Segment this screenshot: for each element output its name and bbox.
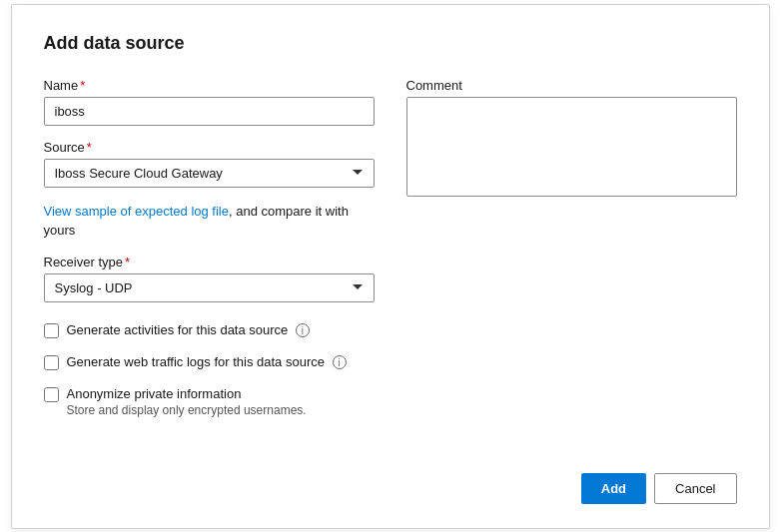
generate-web-traffic-label: Generate web traffic logs for this data … [67, 354, 325, 369]
receiver-type-label: Receiver type* [44, 255, 375, 269]
sample-log-link[interactable]: View sample of expected log file [44, 204, 229, 219]
form-left: Name* Source* Iboss Secure Cloud Gateway… [44, 78, 375, 433]
name-group: Name* [44, 78, 375, 126]
dialog-footer: Add Cancel [44, 457, 737, 504]
checkbox-activities-group: Generate activities for this data source… [44, 322, 375, 338]
web-traffic-info-icon: i [333, 355, 347, 369]
source-label: Source* [44, 140, 375, 155]
comment-textarea[interactable] [406, 97, 737, 197]
anonymize-sublabel: Store and display only encrypted usernam… [67, 403, 307, 417]
anonymize-checkbox[interactable] [44, 387, 59, 402]
checkbox-anonymize-group: Anonymize private information Store and … [44, 386, 375, 417]
comment-group: Comment [406, 78, 737, 200]
generate-activities-checkbox[interactable] [44, 323, 59, 338]
dialog-title: Add data source [44, 33, 737, 54]
generate-activities-label: Generate activities for this data source [67, 322, 289, 337]
name-label: Name* [44, 78, 375, 93]
activities-info-icon: i [296, 323, 310, 337]
source-select[interactable]: Iboss Secure Cloud Gateway Other [44, 159, 375, 188]
name-input[interactable] [44, 97, 375, 126]
receiver-type-group: Receiver type* Syslog - UDP Syslog - TCP… [44, 255, 375, 302]
add-data-source-dialog: Add data source Name* Source* Iboss Secu… [11, 4, 770, 529]
generate-web-traffic-checkbox[interactable] [44, 355, 59, 370]
form-right: Comment [406, 78, 737, 433]
comment-label: Comment [406, 78, 737, 93]
sample-log-section: View sample of expected log file, and co… [44, 202, 375, 241]
source-group: Source* Iboss Secure Cloud Gateway Other [44, 140, 375, 188]
checkbox-web-traffic-group: Generate web traffic logs for this data … [44, 354, 375, 370]
cancel-button[interactable]: Cancel [654, 473, 736, 504]
anonymize-label: Anonymize private information [67, 386, 307, 401]
receiver-type-select[interactable]: Syslog - UDP Syslog - TCP FTP [44, 273, 375, 302]
add-button[interactable]: Add [581, 473, 646, 504]
form-layout: Name* Source* Iboss Secure Cloud Gateway… [44, 78, 737, 433]
